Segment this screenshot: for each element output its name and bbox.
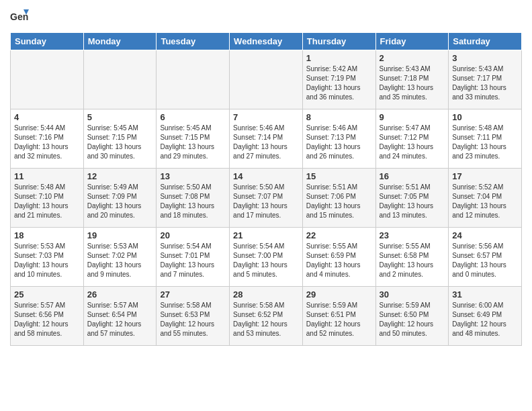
day-info: Sunrise: 5:47 AMSunset: 7:12 PMDaylight:… [380,124,445,161]
calendar-cell: 21Sunrise: 5:54 AMSunset: 7:00 PMDayligh… [230,228,303,287]
day-info: Sunrise: 5:43 AMSunset: 7:18 PMDaylight:… [380,64,445,102]
day-number: 3 [452,53,518,63]
calendar-cell: 15Sunrise: 5:51 AMSunset: 7:06 PMDayligh… [302,169,375,228]
calendar-cell: 4Sunrise: 5:44 AMSunset: 7:16 PMDaylight… [11,109,84,169]
day-info: Sunrise: 5:50 AMSunset: 7:07 PMDaylight:… [233,183,299,220]
calendar-cell: 3Sunrise: 5:43 AMSunset: 7:17 PMDaylight… [449,50,522,109]
day-number: 19 [87,230,153,240]
column-header-wednesday: Wednesday [230,33,303,50]
calendar-cell: 30Sunrise: 5:59 AMSunset: 6:50 PMDayligh… [375,287,449,346]
day-info: Sunrise: 5:58 AMSunset: 6:53 PMDaylight:… [160,301,226,338]
calendar-cell: 12Sunrise: 5:49 AMSunset: 7:09 PMDayligh… [83,169,157,228]
calendar-week-row: 1Sunrise: 5:42 AMSunset: 7:19 PMDaylight… [11,50,522,109]
day-number: 2 [380,53,445,63]
day-number: 18 [14,230,80,240]
day-number: 1 [306,53,372,63]
day-number: 23 [380,230,445,240]
calendar-cell: 18Sunrise: 5:53 AMSunset: 7:03 PMDayligh… [11,228,84,287]
calendar-cell: 13Sunrise: 5:50 AMSunset: 7:08 PMDayligh… [157,169,230,228]
calendar-week-row: 4Sunrise: 5:44 AMSunset: 7:16 PMDaylight… [11,109,522,169]
calendar-cell: 22Sunrise: 5:55 AMSunset: 6:59 PMDayligh… [302,228,375,287]
day-info: Sunrise: 5:48 AMSunset: 7:11 PMDaylight:… [452,124,518,161]
calendar-header-row: SundayMondayTuesdayWednesdayThursdayFrid… [11,33,522,50]
calendar-cell: 23Sunrise: 5:55 AMSunset: 6:58 PMDayligh… [375,228,449,287]
day-number: 31 [452,289,518,300]
column-header-tuesday: Tuesday [157,33,230,50]
day-info: Sunrise: 5:55 AMSunset: 6:59 PMDaylight:… [306,242,372,279]
day-info: Sunrise: 5:54 AMSunset: 7:00 PMDaylight:… [233,242,299,279]
day-number: 21 [233,230,299,240]
day-number: 5 [87,112,153,122]
calendar-cell: 28Sunrise: 5:58 AMSunset: 6:52 PMDayligh… [230,287,303,346]
calendar-cell: 19Sunrise: 5:53 AMSunset: 7:02 PMDayligh… [83,228,157,287]
day-number: 30 [380,289,445,300]
calendar-cell [83,50,157,109]
day-number: 17 [452,171,518,181]
calendar-week-row: 11Sunrise: 5:48 AMSunset: 7:10 PMDayligh… [11,169,522,228]
day-info: Sunrise: 5:49 AMSunset: 7:09 PMDaylight:… [87,183,153,220]
day-info: Sunrise: 5:53 AMSunset: 7:02 PMDaylight:… [87,242,153,279]
day-number: 26 [87,289,153,300]
calendar-cell: 8Sunrise: 5:46 AMSunset: 7:13 PMDaylight… [302,109,375,169]
calendar-cell [157,50,230,109]
calendar-cell: 7Sunrise: 5:46 AMSunset: 7:14 PMDaylight… [230,109,303,169]
calendar-cell: 11Sunrise: 5:48 AMSunset: 7:10 PMDayligh… [11,169,84,228]
day-info: Sunrise: 6:00 AMSunset: 6:49 PMDaylight:… [452,301,518,338]
calendar-cell: 17Sunrise: 5:52 AMSunset: 7:04 PMDayligh… [449,169,522,228]
calendar-cell: 6Sunrise: 5:45 AMSunset: 7:15 PMDaylight… [157,109,230,169]
day-number: 7 [233,112,299,122]
day-info: Sunrise: 5:52 AMSunset: 7:04 PMDaylight:… [452,183,518,220]
day-number: 24 [452,230,518,240]
day-number: 9 [380,112,445,122]
calendar-cell [11,50,84,109]
day-info: Sunrise: 5:42 AMSunset: 7:19 PMDaylight:… [306,64,372,102]
day-number: 29 [306,289,372,300]
calendar-cell: 5Sunrise: 5:45 AMSunset: 7:15 PMDaylight… [83,109,157,169]
day-info: Sunrise: 5:45 AMSunset: 7:15 PMDaylight:… [160,124,226,161]
day-number: 8 [306,112,372,122]
day-number: 25 [14,289,80,300]
column-header-friday: Friday [375,33,449,50]
day-info: Sunrise: 5:48 AMSunset: 7:10 PMDaylight:… [14,183,80,220]
calendar-week-row: 25Sunrise: 5:57 AMSunset: 6:56 PMDayligh… [11,287,522,346]
day-info: Sunrise: 5:57 AMSunset: 6:56 PMDaylight:… [14,301,80,338]
calendar-cell: 14Sunrise: 5:50 AMSunset: 7:07 PMDayligh… [230,169,303,228]
day-info: Sunrise: 5:50 AMSunset: 7:08 PMDaylight:… [160,183,226,220]
day-number: 6 [160,112,226,122]
calendar-cell: 27Sunrise: 5:58 AMSunset: 6:53 PMDayligh… [157,287,230,346]
calendar-cell: 31Sunrise: 6:00 AMSunset: 6:49 PMDayligh… [449,287,522,346]
day-info: Sunrise: 5:58 AMSunset: 6:52 PMDaylight:… [233,301,299,338]
calendar-cell: 10Sunrise: 5:48 AMSunset: 7:11 PMDayligh… [449,109,522,169]
day-info: Sunrise: 5:46 AMSunset: 7:14 PMDaylight:… [233,124,299,161]
day-info: Sunrise: 5:56 AMSunset: 6:57 PMDaylight:… [452,242,518,279]
day-info: Sunrise: 5:57 AMSunset: 6:54 PMDaylight:… [87,301,153,338]
column-header-thursday: Thursday [302,33,375,50]
calendar-table: SundayMondayTuesdayWednesdayThursdayFrid… [10,32,522,346]
calendar-cell: 29Sunrise: 5:59 AMSunset: 6:51 PMDayligh… [302,287,375,346]
day-info: Sunrise: 5:53 AMSunset: 7:03 PMDaylight:… [14,242,80,279]
day-number: 20 [160,230,226,240]
day-number: 27 [160,289,226,300]
day-info: Sunrise: 5:55 AMSunset: 6:58 PMDaylight:… [380,242,445,279]
calendar-cell: 26Sunrise: 5:57 AMSunset: 6:54 PMDayligh… [83,287,157,346]
day-info: Sunrise: 5:59 AMSunset: 6:51 PMDaylight:… [306,301,372,338]
column-header-monday: Monday [83,33,157,50]
day-info: Sunrise: 5:51 AMSunset: 7:06 PMDaylight:… [306,183,372,220]
logo: Gen [10,7,32,26]
column-header-saturday: Saturday [449,33,522,50]
page-header: Gen [10,7,522,26]
day-info: Sunrise: 5:46 AMSunset: 7:13 PMDaylight:… [306,124,372,161]
calendar-cell: 9Sunrise: 5:47 AMSunset: 7:12 PMDaylight… [375,109,449,169]
calendar-cell: 20Sunrise: 5:54 AMSunset: 7:01 PMDayligh… [157,228,230,287]
day-number: 22 [306,230,372,240]
calendar-cell: 2Sunrise: 5:43 AMSunset: 7:18 PMDaylight… [375,50,449,109]
calendar-cell: 25Sunrise: 5:57 AMSunset: 6:56 PMDayligh… [11,287,84,346]
day-number: 11 [14,171,80,181]
day-info: Sunrise: 5:43 AMSunset: 7:17 PMDaylight:… [452,64,518,102]
day-number: 14 [233,171,299,181]
day-number: 12 [87,171,153,181]
day-number: 4 [14,112,80,122]
column-header-sunday: Sunday [11,33,84,50]
calendar-cell: 1Sunrise: 5:42 AMSunset: 7:19 PMDaylight… [302,50,375,109]
day-info: Sunrise: 5:51 AMSunset: 7:05 PMDaylight:… [380,183,445,220]
